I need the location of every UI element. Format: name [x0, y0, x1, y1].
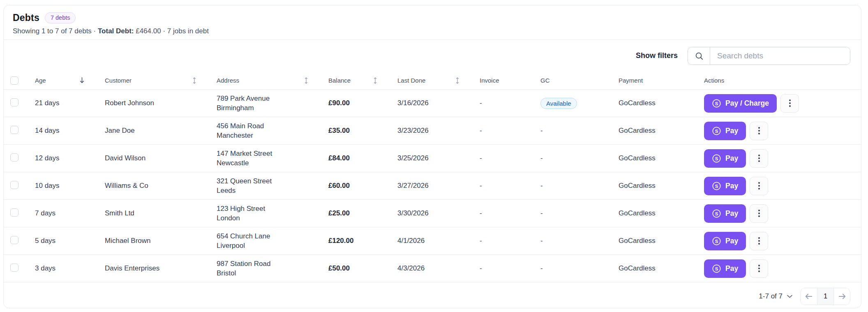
search-icon	[688, 47, 710, 65]
pay-button[interactable]: S Pay	[704, 204, 746, 223]
pay-button[interactable]: S Pay	[704, 259, 746, 278]
address-line-2: Bristol	[217, 268, 316, 278]
balance-cell: £50.00	[320, 264, 389, 273]
actions-cell: S Pay	[696, 204, 861, 223]
vertical-ellipsis-icon	[758, 130, 760, 132]
debts-panel: Debts 7 debts Showing 1 to 7 of 7 debts …	[3, 5, 861, 308]
pay-button[interactable]: S Pay	[704, 232, 746, 250]
invoice-cell: -	[471, 182, 532, 190]
pay-button-label: Pay	[725, 264, 738, 273]
column-header-age[interactable]: Age	[27, 77, 97, 84]
vertical-ellipsis-icon	[758, 268, 760, 269]
gc-status: -	[540, 209, 543, 217]
row-checkbox[interactable]	[10, 236, 18, 244]
gc-status: -	[540, 182, 543, 190]
row-select-cell	[4, 263, 27, 274]
customer-cell: Jane Doe	[97, 127, 208, 135]
vertical-ellipsis-icon	[758, 213, 760, 214]
pay-button-label: Pay	[725, 154, 738, 163]
gc-cell: -	[532, 209, 610, 217]
table-row: 14 days Jane Doe 456 Main Road Mancheste…	[4, 117, 861, 145]
sort-icon	[304, 77, 309, 84]
balance-cell: £120.00	[320, 237, 389, 245]
invoice-cell: -	[471, 154, 532, 162]
row-checkbox[interactable]	[10, 181, 18, 189]
summary-total-debt-value: £464.00 · 7 jobs in debt	[134, 27, 208, 35]
age-cell: 3 days	[27, 264, 97, 273]
column-label: GC	[540, 77, 550, 84]
pay-button[interactable]: S Pay	[704, 122, 746, 140]
last-done-cell: 3/16/2026	[389, 99, 471, 107]
vertical-ellipsis-icon	[758, 157, 760, 159]
row-menu-button[interactable]	[750, 259, 768, 278]
table-body: 21 days Robert Johnson 789 Park Avenue B…	[4, 90, 861, 282]
address-line-1: 654 Church Lane	[217, 231, 316, 241]
currency-circle-icon: S	[712, 99, 721, 108]
row-menu-button[interactable]	[750, 204, 768, 223]
show-filters-button[interactable]: Show filters	[636, 51, 678, 60]
sort-icon	[192, 77, 197, 84]
row-menu-button[interactable]	[780, 94, 799, 113]
summary-showing: Showing 1 to 7 of 7 debts ·	[13, 27, 98, 35]
row-checkbox[interactable]	[10, 98, 18, 106]
svg-text:S: S	[715, 238, 718, 243]
pay-button[interactable]: S Pay / Charge	[704, 94, 777, 113]
pay-button-label: Pay	[725, 182, 738, 190]
actions-cell: S Pay / Charge	[696, 94, 861, 113]
address-line-2: London	[217, 213, 316, 223]
row-checkbox[interactable]	[10, 263, 18, 272]
last-done-cell: 3/30/2026	[389, 209, 471, 217]
column-header-address[interactable]: Address	[208, 77, 320, 84]
pager: 1	[800, 288, 850, 305]
row-checkbox[interactable]	[10, 208, 18, 217]
currency-circle-icon: S	[712, 181, 721, 191]
column-label: Customer	[105, 77, 132, 84]
row-menu-button[interactable]	[750, 177, 768, 195]
select-all-checkbox[interactable]	[10, 76, 18, 85]
customer-cell: Davis Enterprises	[97, 264, 208, 273]
panel-header: Debts 7 debts Showing 1 to 7 of 7 debts …	[4, 5, 861, 40]
gc-cell: Available	[532, 98, 610, 109]
table-row: 3 days Davis Enterprises 987 Station Roa…	[4, 255, 861, 282]
pay-button[interactable]: S Pay	[704, 177, 746, 195]
column-header-last-done[interactable]: Last Done	[389, 77, 471, 84]
column-header-balance[interactable]: Balance	[320, 77, 389, 84]
customer-cell: Michael Brown	[97, 237, 208, 245]
pay-button[interactable]: S Pay	[704, 149, 746, 168]
column-header-customer[interactable]: Customer	[97, 77, 208, 84]
address-line-1: 321 Queen Street	[217, 176, 316, 186]
address-cell: 654 Church Lane Liverpool	[208, 231, 320, 251]
row-select-cell	[4, 98, 27, 109]
gc-status: -	[540, 127, 543, 134]
customer-cell: Robert Johnson	[97, 99, 208, 107]
last-done-cell: 4/3/2026	[389, 264, 471, 273]
table-footer: 1-7 of 7 1	[4, 282, 861, 308]
current-page-button[interactable]: 1	[817, 288, 833, 305]
row-menu-button[interactable]	[750, 149, 768, 168]
column-header-invoice: Invoice	[471, 77, 532, 84]
age-cell: 10 days	[27, 182, 97, 190]
pay-button-label: Pay	[725, 209, 738, 218]
svg-text:S: S	[715, 183, 718, 188]
payment-cell: GoCardless	[610, 182, 696, 190]
currency-circle-icon: S	[712, 126, 721, 136]
row-menu-button[interactable]	[750, 232, 768, 250]
column-label: Invoice	[480, 77, 499, 84]
previous-page-button[interactable]	[801, 288, 817, 305]
page-range-dropdown[interactable]: 1-7 of 7	[759, 292, 793, 300]
address-line-2: Leeds	[217, 186, 316, 195]
row-select-cell	[4, 208, 27, 219]
row-menu-button[interactable]	[750, 122, 768, 140]
row-checkbox[interactable]	[10, 153, 18, 162]
column-label: Last Done	[397, 77, 425, 84]
payment-cell: GoCardless	[610, 264, 696, 273]
vertical-ellipsis-icon	[758, 185, 760, 187]
sort-icon	[455, 77, 460, 84]
row-checkbox[interactable]	[10, 126, 18, 134]
balance-cell: £90.00	[320, 99, 389, 107]
row-select-cell	[4, 181, 27, 191]
table-row: 12 days David Wilson 147 Market Street N…	[4, 145, 861, 172]
select-all-cell	[4, 76, 27, 85]
next-page-button[interactable]	[833, 288, 850, 305]
search-input[interactable]	[710, 47, 850, 65]
